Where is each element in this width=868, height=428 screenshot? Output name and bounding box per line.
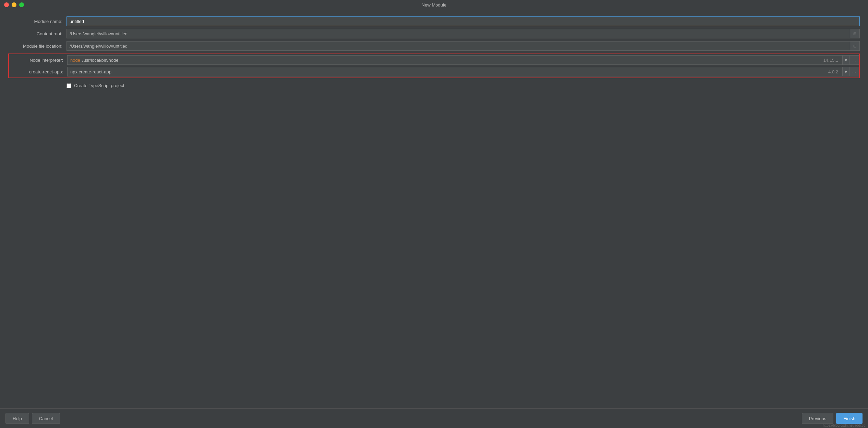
module-file-location-input-group: ⊞ (67, 41, 860, 51)
create-react-app-row: create-react-app: npx create-react-app 4… (9, 66, 859, 78)
content-root-browse-button[interactable]: ⊞ (850, 29, 860, 38)
module-file-location-input-wrapper: ⊞ (67, 41, 860, 51)
create-react-app-dropdown-button[interactable]: ▼ (843, 67, 849, 76)
content-root-row: Content root: ⊞ (8, 29, 860, 38)
content-root-input[interactable] (67, 29, 850, 38)
content-root-label: Content root: (8, 31, 67, 36)
node-interpreter-label: Node interpreter: (9, 58, 67, 63)
chevron-down-icon-2: ▼ (844, 69, 848, 74)
footer: Help Cancel Previous Finish (0, 408, 868, 428)
module-name-input[interactable] (67, 16, 860, 26)
node-interpreter-path: /usr/local/bin/node (82, 58, 119, 63)
window-title: New Module (422, 2, 446, 8)
module-name-label: Module name: (8, 19, 67, 24)
traffic-lights (4, 2, 24, 7)
chevron-down-icon: ▼ (844, 58, 848, 63)
watermark: https://blog.csdn.net/addccc (823, 424, 865, 427)
module-file-location-input[interactable] (67, 41, 850, 51)
create-react-app-label: create-react-app: (9, 69, 67, 74)
create-react-app-value: npx create-react-app (70, 69, 111, 74)
create-react-app-more-button[interactable]: ... (849, 67, 859, 76)
create-react-app-input-group: npx create-react-app 4.0.2 ▼ ... (67, 67, 859, 76)
previous-button[interactable]: Previous (802, 413, 834, 424)
module-file-location-label: Module file location: (8, 44, 67, 49)
node-interpreter-row: Node interpreter: node /usr/local/bin/no… (9, 54, 859, 66)
footer-left: Help Cancel (5, 413, 60, 424)
dialog-content: Module name: Content root: ⊞ Module file… (0, 10, 868, 408)
browse-icon: ⊞ (853, 32, 856, 36)
cancel-button[interactable]: Cancel (32, 413, 60, 424)
ellipsis-icon: ... (852, 58, 856, 62)
content-root-input-group: ⊞ (67, 29, 860, 38)
title-bar: New Module (0, 0, 868, 10)
node-keyword: node (70, 58, 80, 63)
red-border-section: Node interpreter: node /usr/local/bin/no… (8, 54, 860, 78)
node-interpreter-input-group: node /usr/local/bin/node 14.15.1 ▼ ... (67, 55, 859, 65)
module-file-location-browse-button[interactable]: ⊞ (850, 41, 860, 51)
maximize-button[interactable] (19, 2, 24, 7)
ellipsis-icon-2: ... (852, 69, 856, 74)
minimize-button[interactable] (12, 2, 16, 7)
typescript-label: Create TypeScript project (74, 83, 124, 88)
footer-right: Previous Finish (802, 413, 863, 424)
node-interpreter-more-button[interactable]: ... (849, 55, 859, 65)
close-button[interactable] (4, 2, 9, 7)
module-file-location-row: Module file location: ⊞ (8, 41, 860, 51)
typescript-checkbox[interactable] (67, 83, 71, 88)
help-button[interactable]: Help (5, 413, 29, 424)
finish-button[interactable]: Finish (836, 413, 863, 424)
create-react-app-version: 4.0.2 (828, 69, 840, 74)
module-name-input-wrapper (67, 16, 860, 26)
typescript-checkbox-row: Create TypeScript project (67, 83, 860, 88)
content-root-input-wrapper: ⊞ (67, 29, 860, 38)
node-interpreter-version: 14.15.1 (823, 58, 840, 63)
create-react-app-display: npx create-react-app 4.0.2 (67, 67, 843, 76)
node-interpreter-display: node /usr/local/bin/node 14.15.1 (67, 55, 843, 65)
browse-icon-2: ⊞ (853, 44, 856, 48)
node-interpreter-dropdown-button[interactable]: ▼ (843, 55, 849, 65)
module-name-row: Module name: (8, 16, 860, 26)
